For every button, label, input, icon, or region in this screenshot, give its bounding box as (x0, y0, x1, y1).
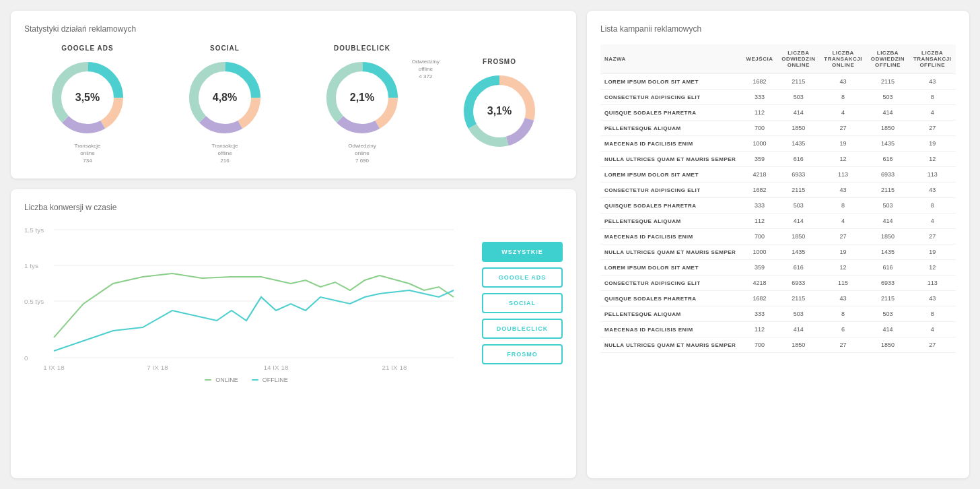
cell-odwiedzin-online: 2115 (777, 183, 820, 198)
cell-odwiedzin-offline: 1850 (866, 337, 909, 353)
cell-transakcji-online: 19 (820, 136, 866, 152)
cell-nazwa: MAECENAS ID FACILISIS ENIM (600, 322, 742, 337)
table-row: NULLA ULTRICES QUAM ET MAURIS SEMPER 700… (600, 337, 956, 353)
cell-odwiedzin-offline: 503 (866, 198, 909, 214)
btn-doubleclick[interactable]: DOUBLECLICK (482, 319, 563, 339)
google-ads-percent: 3,5% (75, 92, 100, 104)
stats-card: Statystyki działań reklamowych GOOGLE AD… (11, 11, 576, 178)
campaign-table: NAZWA WEJŚCIA LICZBAODWIEDZINONLINE LICZ… (600, 44, 956, 353)
cell-wejscia: 700 (742, 337, 777, 353)
svg-text:1.5 tys: 1.5 tys (24, 226, 44, 233)
cell-transakcji-online: 43 (820, 74, 866, 90)
right-column: Lista kampanii reklamowych NAZWA WEJŚCIA… (587, 11, 969, 478)
social-label: SOCIAL (210, 44, 240, 52)
chart-legend: ONLINE OFFLINE (24, 377, 468, 383)
cell-wejscia: 700 (742, 121, 777, 136)
cell-transakcji-offline: 8 (909, 198, 956, 214)
table-scroll[interactable]: NAZWA WEJŚCIA LICZBAODWIEDZINONLINE LICZ… (600, 44, 956, 353)
col-odwiedzin-offline: LICZBAODWIEDZINOFFLINE (866, 44, 909, 74)
campaign-table-card: Lista kampanii reklamowych NAZWA WEJŚCIA… (587, 11, 969, 478)
cell-nazwa: QUISQUE SODALES PHARETRA (600, 105, 742, 121)
cell-nazwa: CONSECTETUR ADIPISCING ELIT (600, 90, 742, 105)
cell-wejscia: 112 (742, 105, 777, 121)
stats-card-title: Statystyki działań reklamowych (24, 24, 563, 34)
col-nazwa: NAZWA (600, 44, 742, 74)
cell-odwiedzin-online: 616 (777, 260, 820, 275)
cell-odwiedzin-online: 1850 (777, 229, 820, 244)
cell-odwiedzin-online: 414 (777, 105, 820, 121)
btn-wszystkie[interactable]: WSZYSTKIE (482, 242, 563, 262)
cell-odwiedzin-online: 1435 (777, 244, 820, 260)
btn-frosmo[interactable]: FROSMO (482, 344, 563, 364)
table-row: CONSECTETUR ADIPISCING ELIT 1682 2115 43… (600, 183, 956, 198)
cell-odwiedzin-online: 1850 (777, 121, 820, 136)
cell-wejscia: 4218 (742, 167, 777, 183)
col-transakcji-online: LICZBATRANSAKCJIONLINE (820, 44, 866, 74)
cell-wejscia: 333 (742, 198, 777, 214)
cell-wejscia: 112 (742, 214, 777, 229)
cell-wejscia: 1682 (742, 183, 777, 198)
cell-transakcji-online: 6 (820, 322, 866, 337)
cell-nazwa: CONSECTETUR ADIPISCING ELIT (600, 183, 742, 198)
cell-odwiedzin-offline: 414 (866, 105, 909, 121)
social-chart: 4,8% (184, 57, 265, 138)
cell-odwiedzin-online: 503 (777, 306, 820, 322)
chart-body: 1.5 tys 1 tys 0.5 tys 0 1 IX 18 7 IX 18 … (24, 223, 563, 383)
svg-text:1 IX 18: 1 IX 18 (43, 364, 64, 370)
social-percent: 4,8% (213, 92, 237, 104)
cell-transakcji-online: 43 (820, 183, 866, 198)
frosmo-label: FROSMO (483, 58, 516, 65)
cell-transakcji-offline: 113 (909, 167, 956, 183)
btn-social[interactable]: SOCIAL (482, 293, 563, 313)
cell-transakcji-offline: 113 (909, 275, 956, 291)
table-row: PELLENTESQUE ALIQUAM 333 503 8 503 8 (600, 306, 956, 322)
cell-transakcji-offline: 4 (909, 105, 956, 121)
line-chart: 1.5 tys 1 tys 0.5 tys 0 1 IX 18 7 IX 18 … (24, 223, 468, 371)
cell-odwiedzin-online: 1850 (777, 337, 820, 353)
cell-odwiedzin-offline: 2115 (866, 291, 909, 306)
cell-transakcji-offline: 4 (909, 214, 956, 229)
cell-transakcji-offline: 27 (909, 337, 956, 353)
cell-odwiedzin-online: 6933 (777, 167, 820, 183)
cell-transakcji-online: 27 (820, 229, 866, 244)
donut-doubleclick: DOUBLECLICK 2,1% Odwiedzinyoffline4 372 … (322, 44, 403, 165)
cell-transakcji-online: 4 (820, 105, 866, 121)
campaign-table-title: Lista kampanii reklamowych (600, 24, 956, 34)
google-ads-chart: 3,5% (47, 57, 128, 138)
donut-frosmo: FROSMO 3,1% (459, 58, 540, 152)
cell-odwiedzin-offline: 503 (866, 306, 909, 322)
cell-wejscia: 1000 (742, 244, 777, 260)
cell-nazwa: NULLA ULTRICES QUAM ET MAURIS SEMPER (600, 152, 742, 167)
cell-odwiedzin-offline: 616 (866, 152, 909, 167)
cell-odwiedzin-offline: 6933 (866, 275, 909, 291)
btn-google-ads[interactable]: GOOGLE ADS (482, 267, 563, 288)
frosmo-chart: 3,1% (459, 71, 540, 152)
svg-text:0: 0 (24, 354, 28, 361)
table-row: PELLENTESQUE ALIQUAM 700 1850 27 1850 27 (600, 121, 956, 136)
cell-transakcji-offline: 43 (909, 291, 956, 306)
social-sub: Transakcjeoffline216 (212, 142, 238, 165)
cell-transakcji-online: 27 (820, 121, 866, 136)
table-row: LOREM IPSUM DOLOR SIT AMET 4218 6933 113… (600, 167, 956, 183)
svg-text:1 tys: 1 tys (24, 262, 38, 269)
cell-odwiedzin-online: 2115 (777, 291, 820, 306)
conversion-card-title: Liczba konwersji w czasie (24, 203, 563, 212)
svg-text:21 IX 18: 21 IX 18 (382, 364, 407, 370)
cell-wejscia: 333 (742, 90, 777, 105)
filter-buttons: WSZYSTKIE GOOGLE ADS SOCIAL DOUBLECLICK … (482, 223, 563, 383)
cell-transakcji-offline: 12 (909, 152, 956, 167)
table-row: NULLA ULTRICES QUAM ET MAURIS SEMPER 100… (600, 244, 956, 260)
col-transakcji-offline: LICZBATRANSAKCJIOFFLINE (909, 44, 956, 74)
cell-nazwa: LOREM IPSUM DOLOR SIT AMET (600, 167, 742, 183)
svg-text:7 IX 18: 7 IX 18 (147, 364, 168, 370)
chart-area: 1.5 tys 1 tys 0.5 tys 0 1 IX 18 7 IX 18 … (24, 223, 468, 383)
left-column: Statystyki działań reklamowych GOOGLE AD… (11, 11, 576, 478)
cell-wejscia: 4218 (742, 275, 777, 291)
cell-odwiedzin-online: 6933 (777, 275, 820, 291)
cell-transakcji-online: 8 (820, 90, 866, 105)
donut-google-ads: GOOGLE ADS 3,5% (47, 44, 128, 165)
cell-nazwa: PELLENTESQUE ALIQUAM (600, 306, 742, 322)
cell-odwiedzin-online: 414 (777, 322, 820, 337)
col-wejscia: WEJŚCIA (742, 44, 777, 74)
cell-transakcji-online: 19 (820, 244, 866, 260)
